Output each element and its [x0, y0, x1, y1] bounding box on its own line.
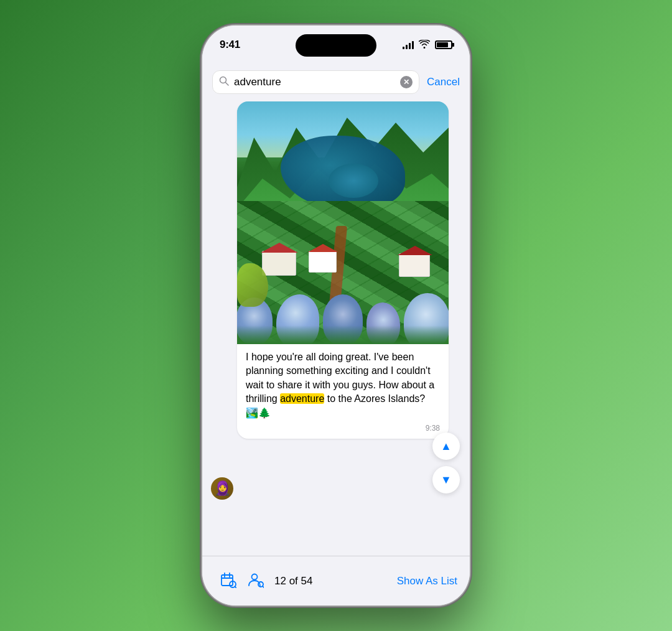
prev-result-button[interactable]: ▲	[432, 432, 460, 460]
bottom-toolbar: 12 of 54 Show As List	[202, 556, 470, 605]
calendar-search-button[interactable]	[215, 568, 242, 595]
status-time: 9:41	[220, 39, 240, 51]
message-text: I hope you're all doing great. I've been…	[237, 344, 449, 423]
person-search-icon	[248, 572, 264, 591]
search-highlight: adventure	[280, 393, 324, 404]
cancel-button[interactable]: Cancel	[427, 76, 460, 88]
wifi-icon	[419, 40, 430, 50]
down-arrow-icon: ▼	[441, 474, 452, 487]
phone-frame: 9:41	[202, 26, 470, 605]
message-timestamp: 9:38	[426, 424, 440, 432]
avatar: 🧕	[211, 477, 233, 500]
chat-area: I hope you're all doing great. I've been…	[202, 101, 470, 556]
message-bubble: I hope you're all doing great. I've been…	[237, 101, 449, 439]
nav-arrows: ▲ ▼	[432, 432, 460, 493]
result-count: 12 of 54	[274, 575, 312, 587]
clear-search-button[interactable]: ✕	[400, 76, 413, 88]
next-result-button[interactable]: ▼	[432, 466, 460, 493]
dynamic-island	[296, 34, 376, 57]
message-footer: 9:38	[237, 423, 449, 439]
person-search-button[interactable]	[242, 568, 269, 595]
message-image	[237, 101, 449, 344]
svg-point-8	[252, 574, 258, 579]
svg-line-7	[235, 586, 237, 588]
svg-line-10	[263, 586, 264, 587]
search-input[interactable]	[234, 76, 395, 88]
status-icons	[403, 40, 452, 50]
svg-line-1	[226, 83, 229, 86]
svg-rect-2	[222, 575, 233, 586]
calendar-search-icon	[220, 572, 236, 591]
show-as-list-button[interactable]: Show As List	[397, 575, 457, 587]
search-icon	[219, 76, 229, 88]
search-input-wrapper[interactable]: ✕	[212, 70, 419, 94]
up-arrow-icon: ▲	[441, 440, 452, 453]
signal-icon	[403, 40, 414, 49]
search-container: ✕ Cancel	[202, 64, 470, 101]
battery-icon	[435, 40, 452, 49]
